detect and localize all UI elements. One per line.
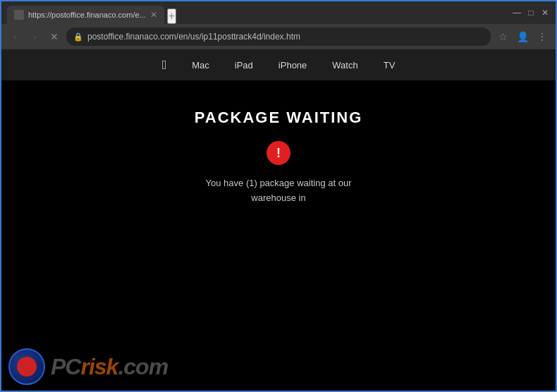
url-text: postoffice.finanaco.com/en/us/ip11posttr… [87, 32, 484, 42]
new-tab-button[interactable]: + [167, 8, 176, 24]
nav-item-tv[interactable]: TV [384, 60, 396, 71]
menu-button[interactable]: ⋮ [534, 29, 550, 44]
title-bar: https://postoffice.finanaco.com/e... ✕ +… [1, 1, 556, 24]
message-line2: warehouse in [251, 192, 305, 203]
lock-icon: 🔒 [73, 32, 83, 42]
maximize-button[interactable]: □ [526, 8, 536, 18]
tab-favicon [14, 10, 24, 20]
url-box[interactable]: 🔒 postoffice.finanaco.com/en/us/ip11post… [66, 27, 491, 46]
watermark-logo [8, 348, 45, 385]
browser-frame: https://postoffice.finanaco.com/e... ✕ +… [0, 0, 557, 392]
tab-title: https://postoffice.finanaco.com/e... [28, 11, 146, 19]
address-actions: ☆ 👤 ⋮ [495, 29, 550, 44]
watermark-com: .com [118, 354, 168, 379]
profile-button[interactable]: 👤 [515, 29, 530, 44]
reload-button[interactable]: ✕ [47, 29, 62, 44]
nav-item-iphone[interactable]: iPhone [278, 60, 307, 71]
page-content: PACKAGE WAITING ! You have (1) package w… [1, 80, 556, 391]
active-tab[interactable]: https://postoffice.finanaco.com/e... ✕ [7, 6, 164, 24]
forward-button[interactable]: › [27, 29, 42, 44]
page-title: PACKAGE WAITING [195, 109, 363, 127]
watermark-text: PCrisk.com [51, 354, 168, 380]
watermark: PCrisk.com [8, 348, 168, 385]
bookmark-button[interactable]: ☆ [495, 29, 510, 44]
nav-item-watch[interactable]: Watch [332, 60, 357, 71]
watermark-pc: PC [51, 354, 80, 379]
window-controls: — □ ✕ [512, 8, 550, 18]
page-message: You have (1) package waiting at our ware… [206, 176, 352, 206]
tab-bar: https://postoffice.finanaco.com/e... ✕ + [7, 1, 508, 24]
apple-nav:  Mac iPad iPhone Watch TV [1, 49, 556, 80]
close-button[interactable]: ✕ [540, 8, 550, 18]
back-button[interactable]: ‹ [7, 29, 23, 44]
nav-item-mac[interactable]: Mac [192, 60, 209, 71]
alert-icon: ! [267, 141, 290, 165]
alert-symbol: ! [276, 147, 281, 159]
apple-logo[interactable]:  [162, 58, 167, 73]
minimize-button[interactable]: — [512, 8, 522, 18]
watermark-risk: risk [80, 354, 118, 379]
message-line1: You have (1) package waiting at our [206, 178, 352, 188]
tab-close-button[interactable]: ✕ [150, 10, 157, 20]
address-bar: ‹ › ✕ 🔒 postoffice.finanaco.com/en/us/ip… [1, 24, 556, 49]
watermark-logo-inner [17, 357, 37, 376]
nav-item-ipad[interactable]: iPad [235, 60, 253, 71]
